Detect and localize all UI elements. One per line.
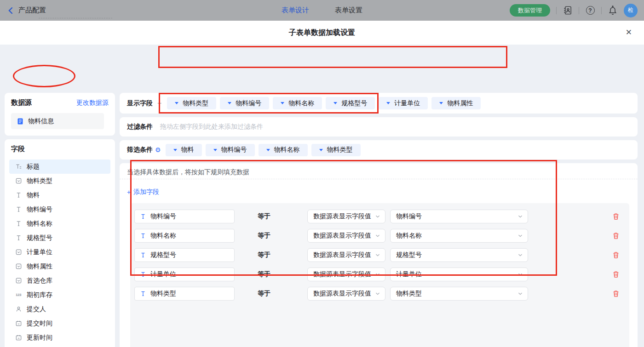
add-display-field-icon[interactable]: + xyxy=(157,99,161,108)
delete-rule-icon[interactable] xyxy=(612,290,620,297)
equals-label: 等于 xyxy=(258,290,270,298)
display-field-tag[interactable]: 计量单位 xyxy=(379,97,428,109)
display-field-tag[interactable]: 规格型号 xyxy=(326,97,375,109)
screen-field-tag[interactable]: 物料编号 xyxy=(206,144,255,156)
help-icon[interactable]: ? xyxy=(585,6,595,16)
tag-label: 物料属性 xyxy=(447,99,473,108)
divider xyxy=(579,7,579,14)
chevron-down-icon xyxy=(518,291,523,296)
add-field-button[interactable]: + 添加字段 xyxy=(127,188,159,196)
display-field-tag[interactable]: 物料名称 xyxy=(273,97,322,109)
field-item-spec-model[interactable]: 规格型号 xyxy=(9,231,110,245)
rule-target-value: 物料编号 xyxy=(396,212,422,221)
chevron-down-icon xyxy=(518,233,523,239)
rules-panel: 物料编号 等于 数据源表显示字段值 物料编号 物料名称 xyxy=(130,203,629,347)
field-item-unit[interactable]: 计量单位 xyxy=(9,245,110,259)
field-item-submit-time[interactable]: 提交时间 xyxy=(9,316,110,330)
delete-rule-icon[interactable] xyxy=(612,251,620,259)
field-item-submitter[interactable]: 提交人 xyxy=(9,302,110,316)
rule-source-value: 数据源表显示字段值 xyxy=(313,232,371,240)
rule-source-select[interactable]: 数据源表显示字段值 xyxy=(307,287,385,301)
select-field-icon xyxy=(15,249,22,256)
field-item-title[interactable]: 标题 xyxy=(9,159,110,174)
chevron-down-icon xyxy=(266,149,270,151)
rule-source-value: 数据源表显示字段值 xyxy=(313,212,371,221)
field-item-material-type[interactable]: 物料类型 xyxy=(9,174,110,188)
rule-source-select[interactable]: 数据源表显示字段值 xyxy=(307,267,385,281)
rule-field-box[interactable]: 物料类型 xyxy=(134,287,235,301)
modal-body: 数据源 更改数据源 物料信息 字段 标题 物料类型 xyxy=(0,45,644,347)
field-item-label: 物料名称 xyxy=(27,220,52,228)
screen-field-tag[interactable]: 物料名称 xyxy=(259,144,308,156)
rule-target-value: 物料类型 xyxy=(396,290,422,298)
divider xyxy=(601,7,602,14)
tab-form-design[interactable]: 表单设计 xyxy=(282,6,309,15)
display-field-tag[interactable]: 物料编号 xyxy=(220,97,269,109)
rule-source-select[interactable]: 数据源表显示字段值 xyxy=(307,210,385,223)
chevron-down-icon xyxy=(319,149,323,151)
tag-label: 物料名称 xyxy=(288,99,314,108)
filter-card: 过滤条件 拖动左侧字段到此处来添加过滤条件 xyxy=(120,117,638,137)
title-field-icon xyxy=(15,163,22,171)
change-datasource-link[interactable]: 更改数据源 xyxy=(76,99,109,107)
data-manage-button[interactable]: 数据管理 xyxy=(510,4,550,17)
display-field-tag[interactable]: 物料类型 xyxy=(167,97,216,109)
rule-target-select[interactable]: 物料编号 xyxy=(390,210,528,223)
delete-rule-icon[interactable] xyxy=(612,271,620,278)
rule-field-box[interactable]: 计量单位 xyxy=(134,267,235,281)
rule-source-select[interactable]: 数据源表显示字段值 xyxy=(307,248,385,262)
chevron-down-icon xyxy=(518,252,523,258)
rule-row: 规格型号 等于 数据源表显示字段值 规格型号 xyxy=(130,248,629,262)
field-item-material-code[interactable]: 物料编号 xyxy=(9,202,110,216)
delete-rule-icon[interactable] xyxy=(612,213,620,220)
notification-bell-icon[interactable] xyxy=(608,6,618,16)
rule-target-select[interactable]: 规格型号 xyxy=(390,248,528,262)
datasource-item[interactable]: 物料信息 xyxy=(11,113,104,129)
delete-rule-icon[interactable] xyxy=(612,232,620,239)
rule-field-box[interactable]: 规格型号 xyxy=(134,248,235,262)
tab-form-settings[interactable]: 表单设置 xyxy=(335,6,362,15)
text-field-icon xyxy=(139,251,147,259)
rule-target-select[interactable]: 计量单位 xyxy=(390,267,528,281)
field-item-update-time[interactable]: 更新时间 xyxy=(9,330,110,345)
field-item-opening-stock[interactable]: 123 期初库存 xyxy=(9,288,110,302)
close-icon[interactable]: ✕ xyxy=(626,28,632,37)
tag-label: 物料编号 xyxy=(236,99,261,108)
field-item-preferred-warehouse[interactable]: 首选仓库 xyxy=(9,273,110,288)
field-item-material-name[interactable]: 物料名称 xyxy=(9,216,110,231)
datasource-title: 数据源 xyxy=(11,98,32,107)
select-field-icon xyxy=(15,177,22,185)
rule-field-box[interactable]: 物料编号 xyxy=(134,210,235,223)
select-field-icon xyxy=(15,263,22,270)
rule-row: 物料编号 等于 数据源表显示字段值 物料编号 xyxy=(130,210,629,223)
user-avatar[interactable]: 检 xyxy=(624,4,638,17)
chevron-down-icon xyxy=(375,233,380,239)
chevron-down-icon xyxy=(375,252,380,258)
rule-target-select[interactable]: 物料类型 xyxy=(390,287,528,301)
chevron-down-icon xyxy=(518,272,523,277)
field-item-material-attr[interactable]: 物料属性 xyxy=(9,259,110,273)
rule-source-value: 数据源表显示字段值 xyxy=(313,290,371,298)
rule-source-value: 数据源表显示字段值 xyxy=(313,251,371,259)
field-item-label: 提交时间 xyxy=(27,319,52,328)
filter-dropzone-placeholder[interactable]: 拖动左侧字段到此处来添加过滤条件 xyxy=(160,123,263,131)
rule-source-select[interactable]: 数据源表显示字段值 xyxy=(307,229,385,243)
gear-icon[interactable]: ⚙ xyxy=(155,146,161,154)
rule-target-select[interactable]: 物料名称 xyxy=(390,229,528,243)
calendar-field-icon xyxy=(15,320,22,327)
display-fields-card: 显示字段 + 物料类型 物料编号 物料名称 规格型号 计量单位 物料属性 xyxy=(120,93,638,114)
divider xyxy=(556,7,557,14)
screen-card: 筛选条件 ⚙ 物料 物料编号 物料名称 物料类型 xyxy=(120,140,638,159)
text-field-icon xyxy=(139,213,147,220)
tag-label: 物料类型 xyxy=(183,99,208,108)
screen-field-tag[interactable]: 物料类型 xyxy=(311,144,361,156)
screen-field-tag[interactable]: 物料 xyxy=(166,144,202,156)
field-item-data-id[interactable]: 数据ID xyxy=(9,345,110,347)
text-field-icon xyxy=(15,234,22,242)
field-item-material[interactable]: 物料 xyxy=(9,188,110,202)
field-item-label: 物料 xyxy=(27,191,40,199)
rule-field-box[interactable]: 物料名称 xyxy=(134,229,235,243)
display-field-tag[interactable]: 物料属性 xyxy=(431,97,481,109)
contact-book-icon[interactable] xyxy=(563,6,573,16)
tag-label: 规格型号 xyxy=(341,99,367,108)
